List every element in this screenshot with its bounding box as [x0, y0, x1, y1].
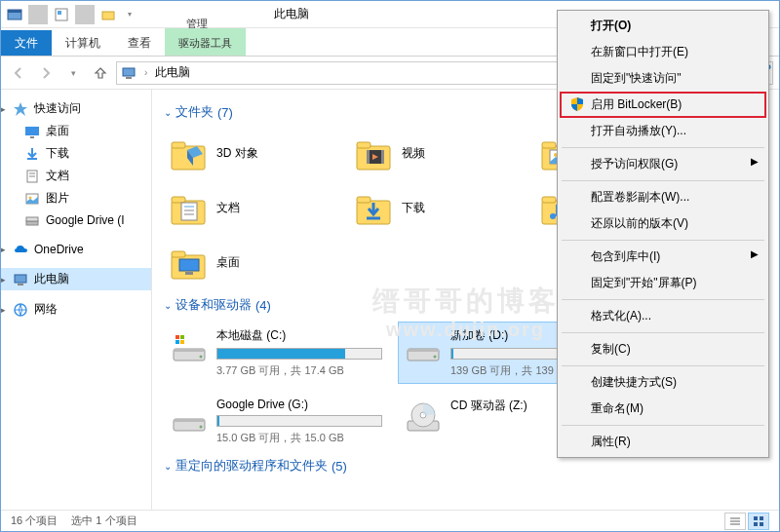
menu-item[interactable]: 固定到"快速访问" — [560, 65, 766, 92]
folder-item[interactable]: 文档 — [164, 183, 339, 232]
system-menu-icon[interactable] — [5, 5, 24, 24]
drive-usage-bar — [216, 348, 382, 360]
up-button[interactable] — [89, 61, 112, 85]
svg-rect-68 — [760, 522, 763, 526]
folder-item[interactable]: 3D 对象 — [164, 129, 339, 177]
qat-dropdown-icon[interactable]: ▾ — [120, 5, 139, 24]
file-tab[interactable]: 文件 — [1, 30, 52, 56]
status-selected-count: 选中 1 个项目 — [71, 513, 136, 528]
menu-item[interactable]: 格式化(A)... — [560, 303, 766, 329]
svg-rect-42 — [172, 251, 185, 257]
star-icon — [13, 101, 28, 117]
drive-tools-tab[interactable]: 驱动器工具 — [165, 28, 246, 56]
drive-icon — [404, 398, 443, 437]
svg-rect-49 — [176, 335, 179, 339]
folder-item[interactable]: 下载 — [349, 183, 525, 232]
menu-item[interactable]: 还原以前的版本(V) — [560, 210, 766, 237]
menu-item-label: 还原以前的版本(V) — [591, 216, 688, 230]
picture-icon — [24, 191, 40, 207]
svg-rect-1 — [8, 10, 21, 13]
folder-item[interactable]: 桌面 — [164, 238, 339, 286]
svg-rect-27 — [542, 142, 556, 148]
folder-label: 视频 — [402, 145, 425, 162]
menu-item-label: 打开(O) — [591, 19, 631, 32]
cloud-icon — [13, 242, 28, 257]
svg-point-47 — [200, 356, 203, 359]
chevron-right-icon[interactable]: › — [142, 67, 149, 78]
sidebar-quick-access[interactable]: ▸快速访问 — [1, 97, 151, 120]
menu-item[interactable]: 属性(R) — [560, 429, 766, 455]
menu-item[interactable]: 打开(O) — [560, 13, 766, 39]
folder-icon — [168, 133, 209, 173]
shield-icon — [569, 96, 585, 112]
menu-item[interactable]: 授予访问权限(G)▶ — [560, 151, 766, 177]
folder-icon — [168, 187, 209, 228]
menu-separator — [562, 425, 764, 426]
sidebar-item-pictures[interactable]: 图片 — [1, 187, 151, 209]
svg-point-55 — [434, 356, 437, 359]
group-redirected[interactable]: ⌄重定向的驱动程序和文件夹 (5) — [164, 457, 767, 475]
drive-item[interactable]: 本地磁盘 (C:)3.77 GB 可用，共 17.4 GB — [164, 322, 388, 384]
drive-name: Google Drive (G:) — [216, 398, 382, 411]
new-folder-icon[interactable] — [98, 5, 118, 24]
sidebar-this-pc[interactable]: ▸此电脑 — [1, 268, 151, 290]
computer-tab[interactable]: 计算机 — [52, 30, 114, 56]
properties-icon[interactable] — [52, 5, 71, 24]
document-icon — [24, 169, 40, 184]
menu-item[interactable]: 重命名(M) — [560, 396, 766, 422]
folder-label: 3D 对象 — [216, 145, 258, 162]
svg-rect-44 — [185, 272, 193, 275]
drive-icon — [170, 398, 209, 437]
sidebar-item-gdrive[interactable]: Google Drive (I — [1, 209, 151, 231]
svg-rect-31 — [172, 197, 185, 203]
menu-item[interactable]: 包含到库中(I)▶ — [560, 244, 766, 270]
view-tab[interactable]: 查看 — [114, 30, 165, 56]
menu-item-label: 启用 BitLocker(B) — [591, 97, 682, 111]
svg-rect-32 — [181, 203, 197, 220]
drive-stats: 15.0 GB 可用，共 15.0 GB — [216, 431, 382, 445]
computer-icon — [13, 272, 28, 287]
drive-name: 本地磁盘 (C:) — [216, 327, 382, 344]
menu-item[interactable]: 固定到"开始"屏幕(P) — [560, 270, 766, 296]
back-button[interactable] — [7, 61, 30, 85]
svg-point-58 — [200, 426, 203, 429]
svg-rect-25 — [381, 150, 384, 164]
details-view-button[interactable] — [724, 513, 746, 530]
svg-rect-16 — [15, 275, 26, 283]
menu-separator — [562, 299, 764, 300]
folder-item[interactable]: 视频 — [349, 129, 525, 177]
sidebar-item-downloads[interactable]: 下载 — [1, 142, 151, 165]
menu-item[interactable]: 在新窗口中打开(E) — [560, 39, 766, 65]
forward-button[interactable] — [34, 61, 58, 85]
sidebar-network[interactable]: ▸网络 — [1, 298, 151, 321]
menu-separator — [562, 147, 764, 148]
menu-item[interactable]: 创建快捷方式(S) — [560, 369, 766, 396]
menu-item[interactable]: 复制(C) — [560, 336, 766, 362]
submenu-arrow-icon: ▶ — [751, 156, 759, 167]
menu-item-label: 配置卷影副本(W)... — [591, 190, 689, 204]
svg-rect-37 — [357, 197, 370, 203]
menu-item[interactable]: 配置卷影副本(W)... — [560, 184, 766, 210]
drive-icon — [170, 327, 209, 366]
drive-item[interactable]: Google Drive (G:)15.0 GB 可用，共 15.0 GB — [164, 392, 388, 451]
network-icon — [13, 302, 28, 318]
folder-label: 文档 — [216, 200, 240, 216]
sidebar-item-documents[interactable]: 文档 — [1, 165, 151, 187]
drive-usage-bar — [216, 415, 382, 427]
recent-dropdown[interactable]: ▾ — [61, 61, 85, 85]
window-title: 此电脑 — [274, 6, 309, 22]
sidebar-item-desktop[interactable]: 桌面 — [1, 120, 151, 142]
menu-item[interactable]: 打开自动播放(Y)... — [560, 118, 766, 144]
menu-item-label: 打开自动播放(Y)... — [591, 124, 686, 137]
sidebar-onedrive[interactable]: ▸OneDrive — [1, 239, 151, 260]
folder-icon — [353, 133, 394, 173]
menu-item[interactable]: 启用 BitLocker(B) — [560, 92, 766, 118]
tiles-view-button[interactable] — [748, 513, 769, 530]
folder-icon — [353, 187, 394, 228]
menu-separator — [562, 365, 764, 366]
svg-rect-54 — [408, 349, 439, 352]
menu-item-label: 属性(R) — [591, 435, 631, 448]
svg-rect-15 — [26, 217, 38, 221]
address-segment[interactable]: 此电脑 — [155, 64, 190, 81]
svg-rect-50 — [180, 335, 184, 339]
